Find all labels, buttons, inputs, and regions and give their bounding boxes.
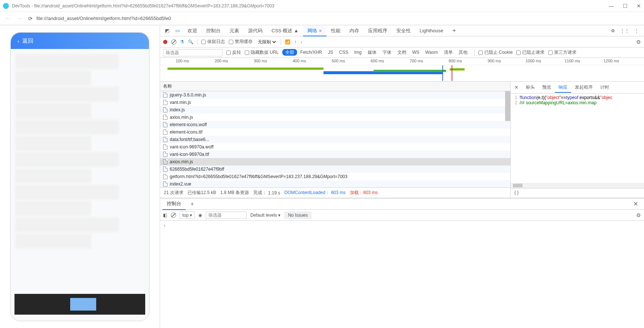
app-header[interactable]: ‹ 返回 [11, 33, 149, 49]
devtools-tab-欢迎[interactable]: 欢迎 [183, 26, 202, 36]
back-button[interactable]: ← [3, 14, 12, 23]
invert-checkbox[interactable]: 反转 [226, 49, 241, 56]
response-body[interactable]: 1!function(e,t){"object"==typeof exports… [511, 94, 644, 183]
blocked-requests-checkbox[interactable]: 已阻止请求 [516, 49, 544, 56]
type-filter-文档[interactable]: 文档 [394, 49, 409, 56]
type-filter-媒体[interactable]: 媒体 [365, 49, 380, 56]
preserve-log-checkbox[interactable]: 保留日志 [201, 39, 225, 45]
device-toggle-icon[interactable]: ▭ [173, 26, 182, 35]
detail-tab-预览[interactable]: 预览 [539, 82, 555, 92]
type-filter-CSS[interactable]: CSS [336, 49, 351, 56]
type-filter-清单[interactable]: 清单 [441, 49, 456, 56]
dock-icon[interactable]: ⋮⋮ [620, 28, 629, 33]
request-row[interactable]: axios.min.js [160, 114, 510, 121]
devtools-tab-内存[interactable]: 内存 [345, 26, 364, 36]
record-button[interactable] [163, 40, 167, 44]
console-body[interactable]: › [160, 221, 644, 328]
devtools-tab-安全性[interactable]: 安全性 [392, 26, 415, 36]
forward-button[interactable]: → [16, 14, 25, 23]
devtools-tab-元素[interactable]: 元素 [225, 26, 244, 36]
type-filter-Wasm[interactable]: Wasm [422, 49, 441, 56]
type-filter-字体[interactable]: 字体 [380, 49, 394, 56]
minimize-button[interactable]: — [609, 3, 614, 9]
request-name: vant-icon-96970a.ttf [170, 152, 209, 157]
console-sidebar-icon[interactable]: ◧ [163, 213, 167, 218]
type-filter-全部[interactable]: 全部 [282, 49, 297, 56]
maximize-button[interactable]: ☐ [623, 3, 628, 9]
timeline-overview[interactable]: 100 ms200 ms300 ms400 ms500 ms600 ms700 … [160, 58, 644, 82]
filter-input[interactable] [163, 49, 222, 56]
timeline-tick: 1000 ms [526, 59, 541, 63]
close-detail-button[interactable]: ✕ [511, 85, 522, 90]
third-party-checkbox[interactable]: 第三方请求 [548, 49, 576, 56]
console-settings-icon[interactable]: ⚙ [636, 212, 641, 218]
back-chevron-icon[interactable]: ‹ [17, 38, 19, 44]
tab-close-icon[interactable]: ✕ [319, 29, 322, 33]
blocked-cookies-checkbox[interactable]: 已阻止 Cookie [478, 49, 513, 56]
inspect-icon[interactable]: ◩ [162, 26, 172, 35]
drawer-tab-console[interactable]: 控制台 [162, 198, 186, 210]
drawer-close-button[interactable]: ✕ [630, 200, 642, 207]
drawer-add-tab[interactable]: ＋ [186, 199, 199, 209]
network-settings-icon[interactable]: ⚙ [636, 39, 641, 45]
url-field[interactable]: file:///android_asset/Onlinehtml/getform… [36, 16, 641, 21]
clear-console-button[interactable] [171, 213, 176, 218]
devtools-tab-源代码[interactable]: 源代码 [244, 26, 267, 36]
filter-toggle-icon[interactable]: ⚗ [180, 39, 184, 45]
devtools-tab-性能[interactable]: 性能 [326, 26, 345, 36]
request-row[interactable]: element-icons.woff [160, 121, 510, 128]
type-filter-Fetch/XHR[interactable]: Fetch/XHR [297, 49, 325, 56]
format-button[interactable]: { } [511, 188, 644, 198]
close-button[interactable]: ✕ [637, 3, 641, 9]
search-icon[interactable]: 🔍 [188, 39, 193, 45]
type-filter-WS[interactable]: WS [409, 49, 422, 56]
clear-button[interactable] [171, 39, 176, 45]
request-row[interactable]: vant.min.js [160, 99, 510, 106]
request-name: getform.html?id=626655bd5fe01627e47f9bff… [170, 174, 347, 179]
detail-tab-计时[interactable]: 计时 [596, 82, 613, 92]
issues-button[interactable]: No Issues [284, 211, 311, 219]
type-filter-其他[interactable]: 其他 [456, 49, 471, 56]
file-icon [163, 129, 167, 135]
request-row[interactable]: getform.html?id=626655bd5fe01627e47f9bff… [160, 173, 510, 180]
devtools-tab-应用程序[interactable]: 应用程序 [364, 26, 392, 36]
upload-icon[interactable]: ↑ [294, 39, 296, 45]
network-toolbar: ⚗ 🔍 保留日志 禁用缓存 无限制 📶 ↑ ↓ ⚙ [160, 36, 644, 47]
devtools-tab-网络[interactable]: 网络✕ [303, 26, 326, 36]
log-levels-select[interactable]: Default levels ▾ [250, 213, 280, 218]
request-row[interactable]: index2.vue [160, 180, 510, 187]
live-expression-icon[interactable]: ◉ [198, 213, 202, 218]
reload-button[interactable]: ⟳ [28, 16, 33, 22]
disable-cache-checkbox[interactable]: 禁用缓存 [229, 39, 253, 45]
request-row[interactable]: vant-icon-96970a.woff [160, 143, 510, 151]
detail-tab-标头[interactable]: 标头 [522, 82, 539, 92]
download-icon[interactable]: ↓ [300, 39, 302, 45]
console-filter-input[interactable] [206, 211, 247, 219]
type-filter-Img[interactable]: Img [351, 49, 365, 56]
detail-tab-发起程序[interactable]: 发起程序 [571, 82, 596, 92]
wifi-icon[interactable]: 📶 [285, 39, 290, 45]
timeline-tick: 600 ms [371, 59, 384, 63]
file-icon [163, 174, 167, 179]
request-row[interactable]: index.js [160, 106, 510, 114]
throttling-select[interactable]: 无限制 [256, 39, 277, 45]
request-row[interactable]: vant-icon-96970a.ttf [160, 151, 510, 158]
devtools-tab-Lighthouse[interactable]: Lighthouse [415, 26, 448, 36]
column-header-name[interactable]: 名称 [160, 82, 510, 91]
devtools-tab-控制台[interactable]: 控制台 [202, 26, 225, 36]
horizontal-scrollbar[interactable] [511, 183, 644, 188]
settings-icon[interactable]: ⚙ [611, 28, 615, 33]
request-row[interactable]: element-icons.ttf [160, 128, 510, 136]
devtools-tab-CSS 概述[interactable]: CSS 概述 ▲ [267, 26, 303, 36]
type-filter-JS[interactable]: JS [325, 49, 336, 56]
detail-tab-响应[interactable]: 响应 [555, 82, 571, 93]
scrollbar-thumb[interactable] [505, 91, 510, 121]
request-row[interactable]: 626655bd5fe01627e47f9bff [160, 165, 510, 173]
more-icon[interactable]: ⋮ [634, 28, 639, 33]
hide-data-urls-checkbox[interactable]: 隐藏数据 URL [245, 49, 279, 56]
request-row[interactable]: jquery-3.6.0.min.js [160, 91, 510, 99]
context-select[interactable]: top ▾ [180, 211, 195, 219]
add-tab-button[interactable]: ＋ [448, 25, 460, 36]
request-row[interactable]: axios.min.js [160, 158, 510, 165]
request-row[interactable]: data:font/ttf;base6... [160, 136, 510, 143]
